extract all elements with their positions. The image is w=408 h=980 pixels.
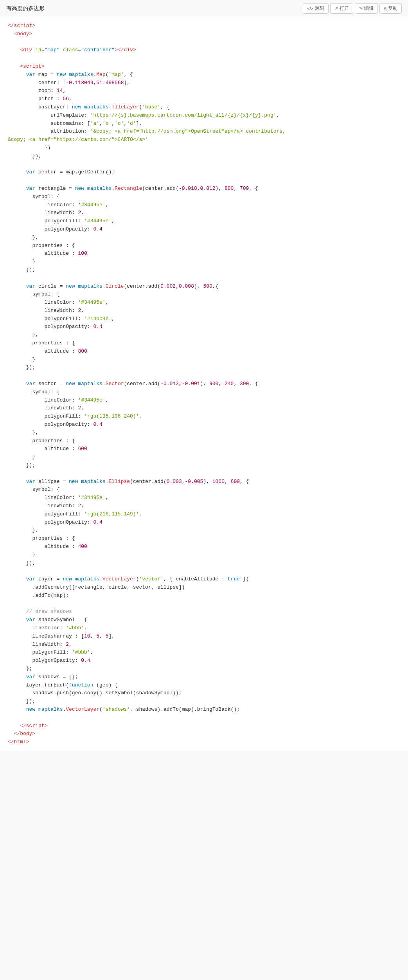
header-actions: </> 源码 ↗ 打开 ✎ 编辑 ⎘ 复制: [303, 3, 402, 14]
page-header: 有高度的多边形 </> 源码 ↗ 打开 ✎ 编辑 ⎘ 复制: [0, 0, 408, 17]
edit-button[interactable]: ✎ 编辑: [355, 3, 378, 14]
edit-icon: ✎: [359, 6, 363, 11]
open-label: 打开: [340, 5, 349, 12]
open-icon: ↗: [334, 6, 338, 11]
copy-button[interactable]: ⎘ 复制: [379, 3, 402, 14]
source-label: 源码: [315, 5, 324, 12]
source-button[interactable]: </> 源码: [303, 3, 329, 14]
source-icon: </>: [307, 6, 313, 11]
copy-icon: ⎘: [384, 6, 386, 11]
open-button[interactable]: ↗ 打开: [330, 3, 353, 14]
edit-label: 编辑: [364, 5, 374, 12]
page-title: 有高度的多边形: [6, 5, 45, 12]
code-block: </script> <body> <div id="map" class="co…: [8, 22, 400, 746]
code-container: </script> <body> <div id="map" class="co…: [0, 17, 408, 751]
copy-label: 复制: [388, 5, 397, 12]
